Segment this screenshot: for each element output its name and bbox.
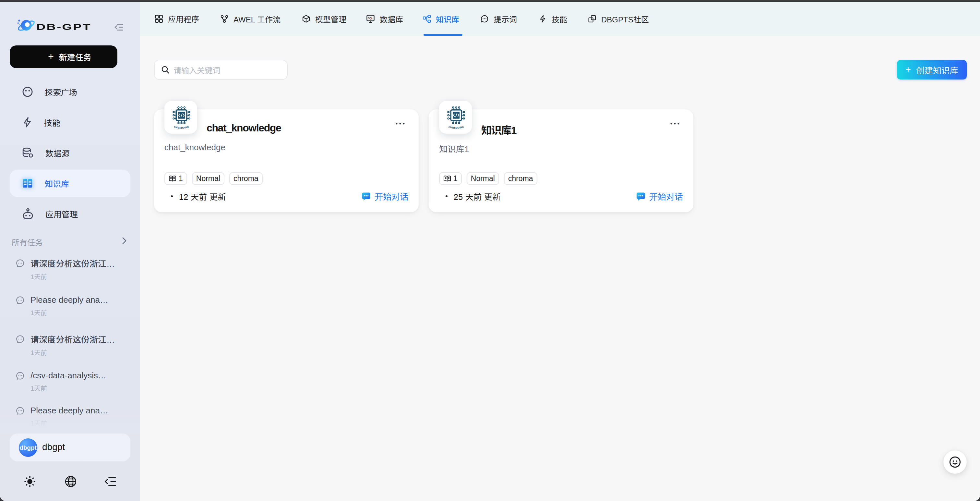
- svg-text:EMBEDDING: EMBEDDING: [173, 125, 189, 129]
- svg-text:EMBEDDING: EMBEDDING: [448, 125, 464, 129]
- svg-text:SQL: SQL: [368, 17, 373, 20]
